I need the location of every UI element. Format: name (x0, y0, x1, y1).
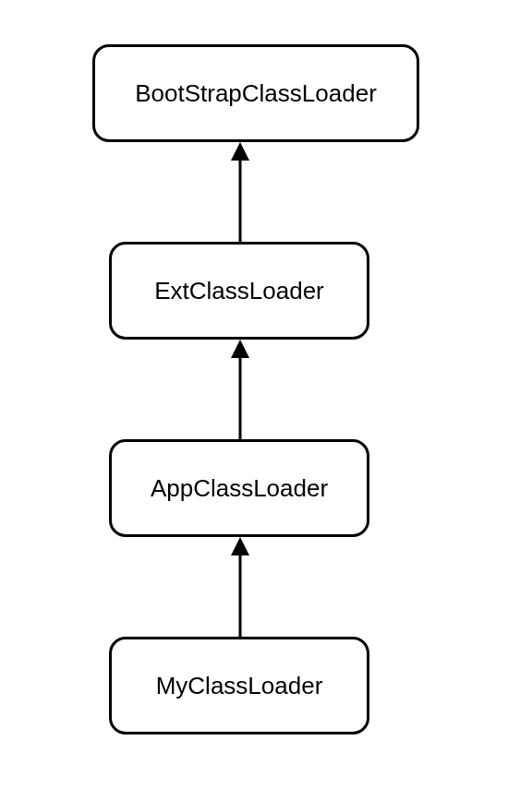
node-label: ExtClassLoader (154, 277, 324, 305)
arrow-my-to-app (226, 537, 254, 637)
node-app-classloader: AppClassLoader (109, 439, 369, 537)
arrow-ext-to-bootstrap (226, 142, 254, 242)
node-ext-classloader: ExtClassLoader (109, 242, 369, 340)
node-bootstrap-classloader: BootStrapClassLoader (92, 44, 419, 142)
arrow-app-to-ext (226, 340, 254, 439)
classloader-hierarchy-diagram: BootStrapClassLoader ExtClassLoader AppC… (0, 0, 508, 812)
svg-marker-1 (231, 142, 249, 161)
node-label: BootStrapClassLoader (135, 79, 377, 108)
node-my-classloader: MyClassLoader (109, 637, 369, 734)
svg-marker-5 (231, 537, 249, 555)
svg-marker-3 (231, 340, 249, 358)
node-label: MyClassLoader (156, 672, 323, 700)
node-label: AppClassLoader (151, 474, 328, 503)
